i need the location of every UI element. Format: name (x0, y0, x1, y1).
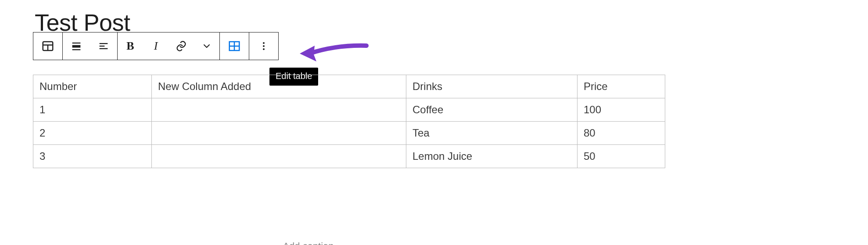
table-cell[interactable] (152, 145, 406, 168)
svg-point-14 (263, 48, 265, 50)
bold-button[interactable]: B (118, 32, 143, 60)
svg-marker-15 (300, 46, 316, 61)
edit-table-icon (228, 40, 241, 53)
table-header-cell[interactable]: New Column Added (152, 75, 406, 98)
table-header-cell[interactable]: Drinks (406, 75, 577, 98)
table-cell[interactable]: 2 (33, 122, 152, 145)
toolbar-group-options (249, 32, 279, 60)
table-block-icon (41, 40, 54, 53)
block-toolbar: B I (33, 32, 279, 60)
edit-table-button[interactable] (220, 32, 249, 60)
svg-point-12 (263, 42, 265, 44)
toolbar-group-table (219, 32, 249, 60)
text-align-button[interactable] (90, 32, 117, 60)
table-cell[interactable]: 100 (577, 98, 665, 122)
svg-rect-4 (72, 45, 81, 48)
toolbar-group-align (62, 32, 118, 60)
chevron-down-icon (201, 41, 212, 51)
link-button[interactable] (169, 32, 194, 60)
table-cell[interactable]: Coffee (406, 98, 577, 122)
italic-button[interactable]: I (143, 32, 169, 60)
table-cell[interactable]: 80 (577, 122, 665, 145)
table-cell[interactable] (152, 122, 406, 145)
svg-point-13 (263, 45, 265, 47)
toolbar-group-block (33, 32, 63, 60)
table-cell[interactable]: 50 (577, 145, 665, 168)
table-cell[interactable]: Lemon Juice (406, 145, 577, 168)
table-row[interactable]: 1 Coffee 100 (33, 98, 665, 122)
table-cell[interactable]: Tea (406, 122, 577, 145)
block-type-button[interactable] (33, 32, 62, 60)
block-options-button[interactable] (249, 32, 278, 60)
more-vertical-icon (258, 41, 269, 51)
bold-icon: B (126, 40, 134, 53)
table-header-cell[interactable]: Number (33, 75, 152, 98)
table-header-cell[interactable]: Price (577, 75, 665, 98)
text-align-icon (97, 40, 110, 52)
more-format-button[interactable] (194, 32, 219, 60)
link-icon (175, 40, 187, 52)
table-header-row[interactable]: Number New Column Added Drinks Price (33, 75, 665, 98)
italic-icon: I (154, 40, 158, 53)
table-caption-input[interactable]: Add caption (33, 237, 584, 245)
table-cell[interactable]: 3 (33, 145, 152, 168)
table-block[interactable]: Number New Column Added Drinks Price 1 C… (33, 75, 584, 168)
table-cell[interactable]: 1 (33, 98, 152, 122)
table-row[interactable]: 3 Lemon Juice 50 (33, 145, 665, 168)
align-button[interactable] (63, 32, 90, 60)
toolbar-group-format: B I (117, 32, 220, 60)
annotation-arrow (296, 40, 371, 68)
table-cell[interactable] (152, 98, 406, 122)
table-row[interactable]: 2 Tea 80 (33, 122, 665, 145)
align-icon (70, 40, 82, 52)
